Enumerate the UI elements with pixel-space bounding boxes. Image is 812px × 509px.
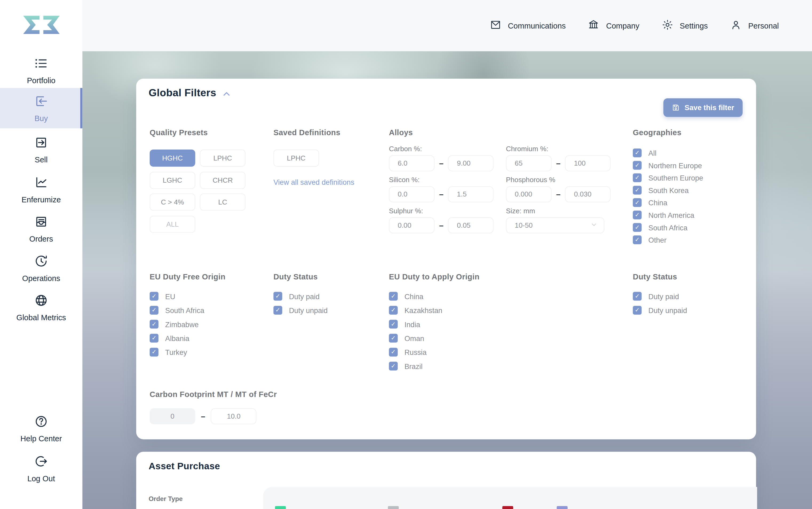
checkbox-item: ✓South Africa [150, 306, 225, 315]
global-filters-card: Global Filters Save this filter Quality … [136, 79, 756, 439]
section-title: Alloys [389, 128, 604, 137]
checkbox-item: ✓South Africa [633, 223, 704, 232]
checkbox[interactable]: ✓ [389, 334, 398, 343]
checkbox[interactable]: ✓ [633, 198, 642, 207]
sulphur-min-input[interactable] [389, 217, 434, 233]
checkbox[interactable]: ✓ [633, 306, 642, 315]
checkbox[interactable]: ✓ [150, 320, 158, 329]
checkbox[interactable]: ✓ [274, 292, 282, 301]
checkbox-item: ✓Turkey [150, 348, 225, 357]
duty-status-left-list: ✓Duty paid ✓Duty unpaid [274, 292, 328, 320]
sidebar-item-orders[interactable]: Orders [0, 212, 83, 246]
checkbox[interactable]: ✓ [633, 211, 642, 219]
sidebar-item-label: Orders [29, 234, 53, 243]
carbon-min-input[interactable] [389, 155, 434, 171]
size-select[interactable]: 10-50 [506, 217, 604, 233]
order-type-purple-chip[interactable] [557, 506, 568, 509]
phosphorous-min-input[interactable] [506, 186, 552, 202]
checkbox[interactable]: ✓ [150, 292, 158, 301]
sidebar-item-enferumize[interactable]: Enferumize [0, 172, 83, 207]
sidebar-item-label: Help Center [21, 434, 62, 443]
carbon-max-input[interactable] [448, 155, 494, 171]
checkbox-item: ✓China [389, 292, 479, 301]
checkbox-label: Albania [165, 334, 189, 342]
order-type-red-chip[interactable] [502, 506, 513, 509]
eu-duty-free-origin-section: EU Duty Free Origin ✓EU ✓South Africa ✓Z… [150, 272, 225, 362]
checkbox[interactable]: ✓ [633, 292, 642, 301]
preset-c-gt-4[interactable]: C > 4% [150, 194, 195, 211]
checkbox-item: ✓Duty paid [274, 292, 328, 301]
chevron-up-icon[interactable] [222, 88, 231, 98]
saved-definition-lphc[interactable]: LPHC [274, 149, 319, 167]
sidebar-item-sell[interactable]: Sell [0, 133, 83, 167]
checkbox[interactable]: ✓ [150, 306, 158, 315]
checkbox[interactable]: ✓ [389, 320, 398, 329]
checkbox-label: Southern Europe [649, 174, 703, 182]
phosphorous-max-input[interactable] [565, 186, 611, 202]
topnav-personal[interactable]: Personal [730, 19, 779, 32]
sidebar-item-label: Operations [22, 274, 60, 283]
sidebar-item-label: Enferumize [22, 195, 61, 204]
sidebar-item-label: Portfolio [27, 76, 56, 85]
checkbox[interactable]: ✓ [633, 173, 642, 182]
checkbox-item: ✓All [633, 148, 704, 157]
duty-status-right-list: ✓Duty paid ✓Duty unpaid [633, 292, 687, 320]
chromium-min-input[interactable] [506, 155, 552, 171]
save-icon [672, 103, 680, 112]
checkbox[interactable]: ✓ [389, 362, 398, 371]
checkbox[interactable]: ✓ [274, 306, 282, 315]
order-type-green-chip[interactable] [275, 506, 286, 509]
sidebar-item-global-metrics[interactable]: Global Metrics [0, 291, 83, 325]
save-filter-button[interactable]: Save this filter [663, 98, 742, 117]
sidebar-item-portfolio[interactable]: Portfolio [0, 53, 83, 88]
carbon-footprint-max-input[interactable] [211, 408, 257, 424]
topnav-company[interactable]: Company [588, 19, 639, 32]
checkbox[interactable]: ✓ [389, 306, 398, 315]
saved-definitions-section: Saved Definitions LPHC View all saved de… [274, 128, 354, 186]
checkbox-label: Other [649, 236, 666, 244]
checkbox[interactable]: ✓ [633, 161, 642, 170]
checkbox[interactable]: ✓ [150, 348, 158, 357]
checkbox[interactable]: ✓ [389, 348, 398, 357]
checkbox[interactable]: ✓ [633, 223, 642, 232]
checkbox-item: ✓Zimbabwe [150, 320, 225, 329]
section-title: Saved Definitions [274, 128, 354, 137]
order-type-gray-chip[interactable] [388, 506, 399, 509]
section-title: Quality Presets [150, 128, 246, 137]
sidebar-item-log-out[interactable]: Log Out [0, 451, 83, 486]
topnav-label: Company [606, 21, 639, 30]
global-filters-title: Global Filters [149, 87, 231, 99]
preset-lphc[interactable]: LPHC [200, 149, 246, 167]
checkbox[interactable]: ✓ [633, 148, 642, 157]
sell-box-arrow-icon [34, 135, 48, 151]
mail-icon [490, 19, 501, 32]
silicon-min-input[interactable] [389, 186, 434, 202]
phosphorous-range-field: Phosphorous % – [506, 176, 604, 202]
checkbox[interactable]: ✓ [389, 292, 398, 301]
preset-lghc[interactable]: LGHC [150, 171, 195, 189]
silicon-max-input[interactable] [448, 186, 494, 202]
topnav-settings[interactable]: Settings [661, 19, 708, 32]
view-saved-definitions-link[interactable]: View all saved definitions [274, 178, 354, 186]
checkbox[interactable]: ✓ [633, 186, 642, 195]
preset-chcr[interactable]: CHCR [200, 171, 246, 189]
preset-all[interactable]: ALL [150, 215, 195, 233]
checkbox-label: Duty unpaid [289, 306, 328, 314]
checkbox[interactable]: ✓ [150, 334, 158, 343]
checkbox[interactable]: ✓ [633, 235, 642, 244]
range-dash: – [439, 191, 443, 198]
chromium-max-input[interactable] [565, 155, 611, 171]
carbon-footprint-min-input[interactable] [150, 408, 195, 424]
sulphur-max-input[interactable] [448, 217, 494, 233]
topnav-communications[interactable]: Communications [490, 19, 566, 32]
sidebar-item-help-center[interactable]: Help Center [0, 411, 83, 446]
sidebar-item-operations[interactable]: Operations [0, 251, 83, 285]
carbon-range-field: Carbon %: – [389, 145, 490, 171]
preset-lc[interactable]: LC [200, 194, 246, 211]
range-dash: – [201, 412, 205, 420]
brand-logo[interactable] [0, 14, 83, 35]
checkbox-label: Turkey [165, 348, 187, 356]
preset-hghc[interactable]: HGHC [150, 149, 195, 167]
sidebar-item-label: Sell [35, 155, 48, 164]
sidebar-item-buy[interactable]: Buy [0, 88, 83, 128]
